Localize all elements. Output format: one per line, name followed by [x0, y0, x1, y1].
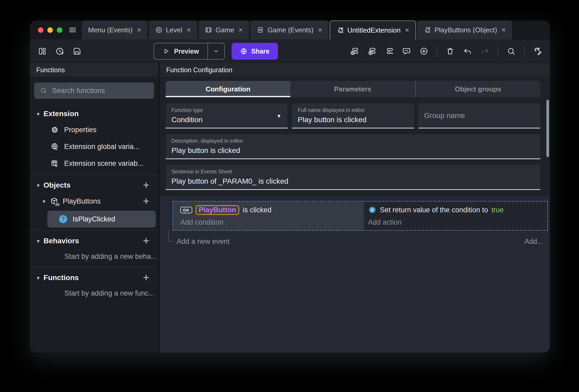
function-label: IsPlayClicked [73, 215, 115, 223]
tab-untitled-extension[interactable]: UntitledExtension × [330, 20, 416, 39]
add-other-event-icon[interactable] [385, 47, 394, 56]
tab-close-icon[interactable]: × [137, 26, 141, 34]
add-condition-button[interactable]: Add condition [180, 217, 364, 228]
tab-game-events[interactable]: Game (Events) × [250, 20, 328, 39]
tab-object-groups[interactable]: Object groups [415, 81, 540, 97]
share-label: Share [251, 48, 270, 55]
add-object-button[interactable]: + [143, 180, 149, 191]
field-value: Play button of _PARAM0_ is clicked [171, 177, 535, 185]
add-more-button[interactable]: Add... [524, 238, 543, 246]
preview-options-button[interactable] [207, 43, 224, 59]
field-value: Play button is clicked [171, 146, 535, 155]
full-name-field[interactable]: Full name displayed in editor Play butto… [292, 104, 414, 128]
field-value: Condition [171, 116, 282, 124]
function-isplayclicked-selected[interactable]: ? IsPlayClicked [47, 211, 156, 228]
add-behavior-button[interactable]: + [143, 235, 149, 246]
gear-icon [50, 126, 59, 134]
add-event-icon[interactable] [350, 47, 359, 56]
tab-close-icon[interactable]: × [187, 26, 191, 34]
share-button[interactable]: Share [232, 43, 278, 60]
add-object-function-button[interactable]: + [143, 196, 149, 207]
add-new-event-button[interactable]: Add a new event [177, 238, 230, 246]
search-icon [40, 87, 47, 94]
tab-level[interactable]: Level × [149, 20, 197, 39]
sidebar-item-extension-global-variables[interactable]: Extension global varia... [30, 138, 158, 155]
play-icon [162, 48, 170, 55]
events-sheet-icon [257, 26, 264, 34]
condition-object-chip[interactable]: PlayButton [196, 205, 240, 215]
event-selected[interactable]: OK PlayButton is clicked Add condition S… [172, 201, 548, 231]
object-playbuttons[interactable]: ▾ 2D PlayButtons + [30, 193, 158, 210]
field-label: Full name displayed in editor [298, 107, 408, 113]
maximize-window-button[interactable] [57, 27, 62, 33]
sidebar-title: Functions [30, 63, 158, 77]
search-functions-box[interactable] [34, 82, 154, 99]
question-glyph: ? [58, 214, 68, 224]
edit-extension-icon[interactable] [533, 47, 542, 56]
functions-sidebar: Functions ▾ Extension Properties Extensi… [30, 63, 160, 353]
close-window-button[interactable] [38, 27, 43, 33]
action-row[interactable]: Set return value of the condition to tru… [368, 204, 547, 216]
add-circle-icon[interactable] [419, 47, 428, 56]
trash-icon[interactable] [446, 47, 455, 56]
section-functions[interactable]: ▾ Functions + [30, 270, 158, 285]
section-extension[interactable]: ▾ Extension [30, 106, 158, 121]
field-label: Function type [171, 107, 282, 113]
action-value-true[interactable]: true [491, 206, 504, 214]
conditions-column[interactable]: OK PlayButton is clicked Add condition [173, 202, 364, 230]
sentence-field[interactable]: Sentence in Events Sheet Play button of … [166, 165, 540, 190]
collapse-triangle-icon[interactable]: ▾ [43, 199, 45, 204]
preview-button[interactable]: Preview [154, 43, 225, 60]
tab-close-icon[interactable]: × [405, 26, 409, 34]
function-configuration-panel: Function Configuration Configuration Par… [160, 63, 550, 353]
globe-icon [240, 48, 247, 55]
functions-empty-text: Start by adding a new func... [30, 285, 158, 301]
comment-icon[interactable] [402, 47, 411, 56]
collapse-triangle-icon[interactable]: ▾ [37, 275, 40, 281]
scrollbar[interactable] [546, 100, 549, 157]
tab-playbuttons-object[interactable]: PlayButtons (Object) × [417, 20, 512, 39]
divider [30, 230, 158, 231]
section-behaviors[interactable]: ▾ Behaviors + [30, 233, 158, 249]
tab-menu-events[interactable]: Menu (Events) × [82, 20, 148, 39]
tab-parameters[interactable]: Parameters [290, 81, 415, 97]
add-subevent-icon[interactable] [367, 47, 376, 56]
collapse-triangle-icon[interactable]: ▾ [37, 183, 40, 188]
history-icon[interactable] [55, 47, 64, 56]
sidebar-item-properties[interactable]: Properties [30, 121, 158, 138]
preview-label: Preview [174, 48, 199, 55]
condition-row[interactable]: OK PlayButton is clicked [180, 204, 364, 216]
tab-configuration[interactable]: Configuration [166, 81, 290, 97]
undo-icon[interactable] [463, 47, 472, 56]
search-functions-input[interactable] [52, 87, 148, 95]
section-objects[interactable]: ▾ Objects + [30, 178, 158, 193]
home-dashboard-icon[interactable] [38, 47, 47, 56]
description-field[interactable]: Description, displayed in editor Play bu… [166, 134, 540, 159]
field-placeholder: Group name [424, 111, 465, 120]
toolbar-divider [524, 45, 525, 57]
tab-close-icon[interactable]: × [239, 26, 243, 34]
redo-icon[interactable] [480, 47, 489, 56]
add-function-button[interactable]: + [143, 272, 149, 283]
search-icon[interactable] [507, 47, 516, 56]
window-controls [33, 20, 67, 39]
collapse-triangle-icon[interactable]: ▾ [37, 238, 40, 244]
sidebar-item-extension-scene-variables[interactable]: Extension scene variab... [30, 155, 158, 172]
main-menu-icon[interactable] [67, 20, 82, 39]
tab-close-icon[interactable]: × [502, 26, 506, 34]
sidebar-item-label: Extension global varia... [64, 143, 140, 151]
tab-game[interactable]: Game × [199, 20, 249, 39]
action-text: Set return value of the condition to [380, 206, 488, 214]
function-type-select[interactable]: Function type Condition ▼ [166, 104, 288, 128]
field-value: Play button is clicked [298, 116, 408, 124]
save-icon[interactable] [73, 47, 82, 56]
toolbar-divider [498, 45, 498, 57]
collapse-triangle-icon[interactable]: ▾ [37, 111, 40, 117]
tab-close-icon[interactable]: × [318, 26, 322, 34]
add-action-button[interactable]: Add action [368, 217, 547, 228]
actions-column[interactable]: Set return value of the condition to tru… [364, 202, 547, 230]
minimize-window-button[interactable] [47, 27, 53, 33]
tab-label: UntitledExtension [347, 26, 400, 34]
configuration-form: Configuration Parameters Object groups F… [160, 77, 550, 196]
group-name-field[interactable]: Group name [418, 104, 540, 128]
